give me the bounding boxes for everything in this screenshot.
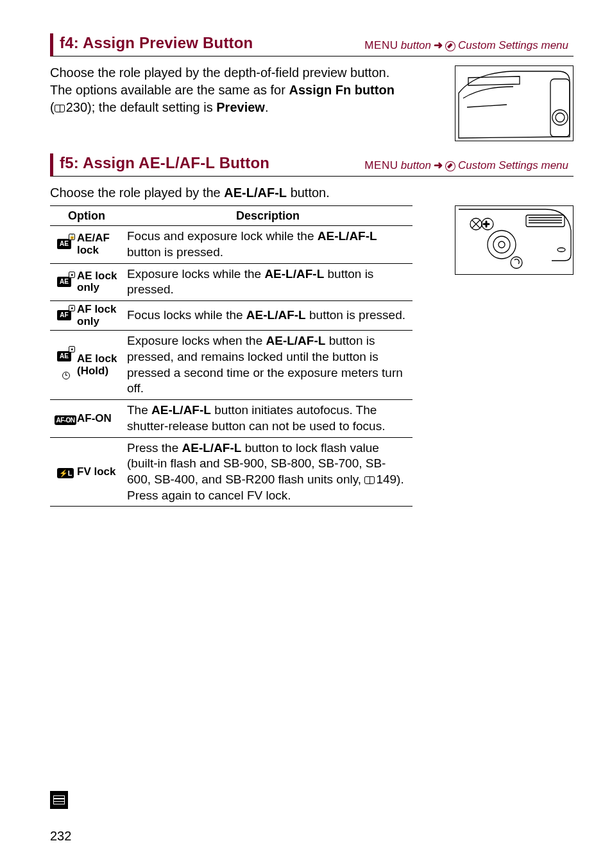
svg-point-4 xyxy=(493,236,510,253)
th-description: Description xyxy=(123,206,412,226)
option-desc: Focus and exposure lock while the AE-L/A… xyxy=(123,226,412,263)
option-desc: Exposure locks while the AE-L/AF-L butto… xyxy=(123,263,412,300)
option-desc: Press the AE-L/AF-L button to lock flash… xyxy=(123,437,412,507)
custom-settings-menu-label: Custom Settings menu xyxy=(458,39,568,53)
ael-afl-label: AE-L/AF-L xyxy=(246,308,306,322)
f5-intro-paragraph: Choose the role played by the AE-L/AF-L … xyxy=(50,184,435,202)
ael-afl-label: AE-L/AF-L xyxy=(151,403,211,417)
options-table: Option Description AE🔒 AE/AF lock Focus … xyxy=(50,205,412,507)
svg-point-3 xyxy=(488,230,516,259)
page-number: 232 xyxy=(50,828,71,845)
section-title-f4: f4: Assign Preview Button xyxy=(60,33,253,53)
text: Choose the role played by the xyxy=(50,186,224,200)
section-header-f5: f5: Assign AE-L/AF-L Button MENU button … xyxy=(50,153,574,177)
f4-paragraph: Choose the role played by the depth-of-f… xyxy=(50,64,409,116)
text: Focus and exposure lock while the xyxy=(127,229,318,243)
arrow-icon: ➜ xyxy=(434,159,443,173)
section-menu-path-f4: MENU button ➜ Custom Settings menu xyxy=(364,39,568,53)
text: The xyxy=(127,403,151,417)
option-name: AE/AF lock xyxy=(77,226,123,263)
svg-rect-10 xyxy=(526,215,565,227)
option-desc: Exposure locks when the AE-L/AF-L button… xyxy=(123,331,412,400)
text: Focus locks while the xyxy=(127,308,246,322)
ael-afl-label: AE-L/AF-L xyxy=(264,267,324,281)
ael-afl-label: AE-L/AF-L xyxy=(182,441,242,455)
text: Exposure locks when the xyxy=(127,334,266,347)
table-row: AE🔒 AE/AF lock Focus and exposure lock w… xyxy=(50,226,412,263)
table-row: ⚡L FV lock Press the AE-L/AF-L button to… xyxy=(50,437,412,507)
text: Exposure locks while the xyxy=(127,267,264,281)
svg-point-9 xyxy=(511,257,522,268)
table-row: AF-ON AF-ON The AE-L/AF-L button initiat… xyxy=(50,400,412,437)
th-option: Option xyxy=(50,206,123,226)
ael-afl-label: AE-L/AF-L xyxy=(318,229,377,243)
table-row: AF● AF lock only Focus locks while the A… xyxy=(50,301,412,331)
assign-fn-button-label: Assign Fn button xyxy=(289,83,394,97)
custom-settings-menu-label: Custom Settings menu xyxy=(458,159,568,173)
text: button. xyxy=(291,186,330,200)
pencil-icon xyxy=(443,159,458,173)
option-icon-fv-lock: ⚡L xyxy=(50,437,77,507)
option-name: AF-ON xyxy=(77,400,123,437)
option-desc: Focus locks while the AE-L/AF-L button i… xyxy=(123,301,412,331)
option-name: AE lock only xyxy=(77,263,123,300)
option-icon-ae-lock-hold: AE● xyxy=(50,331,77,400)
option-name: AE lock (Hold) xyxy=(77,331,123,400)
table-row: AE● AE lock only Exposure locks while th… xyxy=(50,263,412,300)
word-button: button xyxy=(401,39,431,53)
book-icon xyxy=(364,476,375,484)
text: . xyxy=(265,100,269,114)
option-icon-ae-af-lock: AE🔒 xyxy=(50,226,77,263)
svg-rect-0 xyxy=(550,79,570,137)
timer-icon xyxy=(62,372,70,379)
text: button is pressed. xyxy=(309,308,405,322)
ael-afl-label: AE-L/AF-L xyxy=(224,186,287,200)
option-icon-af-lock-only: AF● xyxy=(50,301,77,331)
camera-top-illustration xyxy=(455,65,574,141)
svg-point-2 xyxy=(556,113,565,122)
menu-button-label: MENU xyxy=(364,39,398,53)
arrow-icon: ➜ xyxy=(434,39,443,53)
text: Press the xyxy=(127,441,182,455)
option-name: AF lock only xyxy=(77,301,123,331)
svg-point-8 xyxy=(557,248,565,252)
svg-point-5 xyxy=(498,241,505,248)
section-title-f5: f5: Assign AE-L/AF-L Button xyxy=(60,153,269,173)
camera-back-illustration xyxy=(455,205,574,275)
page-ref-230: 230 xyxy=(66,100,87,114)
book-icon xyxy=(55,105,65,112)
section-menu-path-f5: MENU button ➜ Custom Settings menu xyxy=(364,159,568,173)
option-icon-ae-lock-only: AE● xyxy=(50,263,77,300)
ael-afl-label: AE-L/AF-L xyxy=(266,334,326,347)
svg-point-1 xyxy=(552,110,568,125)
menu-section-icon xyxy=(50,791,68,809)
menu-button-label: MENU xyxy=(364,159,398,173)
option-name: FV lock xyxy=(77,437,123,507)
text: button is pressed. xyxy=(127,245,223,259)
pencil-icon xyxy=(443,39,458,53)
option-desc: The AE-L/AF-L button initiates autofocus… xyxy=(123,400,412,437)
section-header-f4: f4: Assign Preview Button MENU button ➜ … xyxy=(50,33,574,56)
word-button: button xyxy=(401,159,431,173)
option-icon-af-on: AF-ON xyxy=(50,400,77,437)
preview-label: Preview xyxy=(216,100,265,114)
table-row: AE● AE lock (Hold) Exposure locks when t… xyxy=(50,331,412,400)
